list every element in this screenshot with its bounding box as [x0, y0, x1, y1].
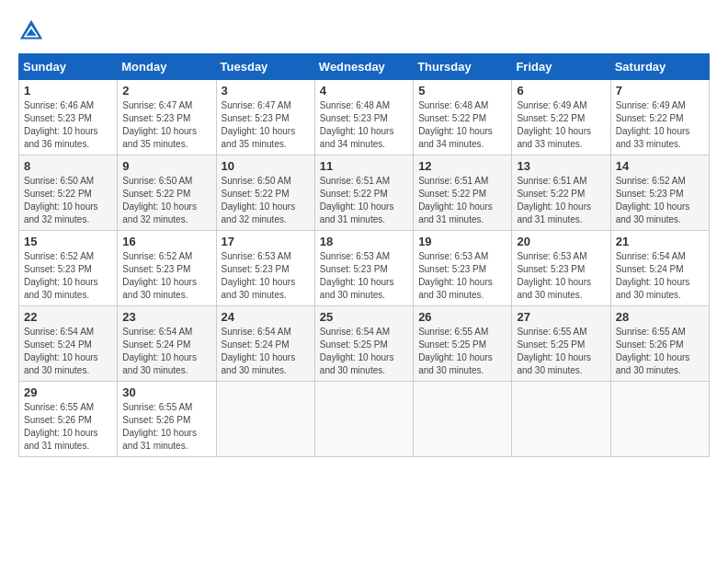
calendar-cell: 8Sunrise: 6:50 AMSunset: 5:22 PMDaylight…: [19, 155, 118, 231]
calendar-cell: 18Sunrise: 6:53 AMSunset: 5:23 PMDayligh…: [314, 231, 413, 306]
calendar-cell: 17Sunrise: 6:53 AMSunset: 5:23 PMDayligh…: [216, 231, 314, 306]
day-info: Sunrise: 6:48 AMSunset: 5:23 PMDaylight:…: [320, 99, 408, 151]
day-number: 18: [320, 235, 408, 248]
day-number: 20: [517, 235, 605, 248]
day-number: 12: [418, 159, 506, 173]
calendar-cell: 1Sunrise: 6:46 AMSunset: 5:23 PMDaylight…: [19, 80, 118, 155]
weekday-header-thursday: Thursday: [414, 54, 512, 80]
calendar-cell: 27Sunrise: 6:55 AMSunset: 5:25 PMDayligh…: [512, 306, 610, 382]
day-info: Sunrise: 6:55 AMSunset: 5:25 PMDaylight:…: [517, 326, 605, 377]
day-number: 21: [616, 235, 704, 248]
calendar-cell: 7Sunrise: 6:49 AMSunset: 5:22 PMDaylight…: [610, 80, 709, 155]
calendar-cell: [610, 382, 709, 457]
day-number: 28: [616, 310, 704, 324]
calendar-cell: 12Sunrise: 6:51 AMSunset: 5:22 PMDayligh…: [414, 155, 512, 231]
day-number: 8: [24, 159, 112, 173]
day-info: Sunrise: 6:51 AMSunset: 5:22 PMDaylight:…: [320, 175, 408, 226]
day-info: Sunrise: 6:54 AMSunset: 5:24 PMDaylight:…: [122, 326, 210, 377]
calendar-cell: 10Sunrise: 6:50 AMSunset: 5:22 PMDayligh…: [216, 155, 314, 231]
calendar-cell: 28Sunrise: 6:55 AMSunset: 5:26 PMDayligh…: [610, 306, 709, 382]
calendar-cell: 24Sunrise: 6:54 AMSunset: 5:24 PMDayligh…: [216, 306, 314, 382]
calendar-cell: 3Sunrise: 6:47 AMSunset: 5:23 PMDaylight…: [216, 80, 314, 155]
day-number: 9: [122, 159, 210, 173]
calendar-cell: 26Sunrise: 6:55 AMSunset: 5:25 PMDayligh…: [414, 306, 512, 382]
calendar-week-row: 29Sunrise: 6:55 AMSunset: 5:26 PMDayligh…: [19, 382, 710, 457]
day-number: 6: [517, 84, 605, 98]
day-info: Sunrise: 6:54 AMSunset: 5:25 PMDaylight:…: [320, 326, 408, 377]
day-number: 2: [122, 84, 210, 98]
day-info: Sunrise: 6:50 AMSunset: 5:22 PMDaylight:…: [222, 175, 310, 226]
day-number: 25: [320, 310, 408, 324]
calendar-cell: 30Sunrise: 6:55 AMSunset: 5:26 PMDayligh…: [118, 382, 216, 457]
calendar-cell: 16Sunrise: 6:52 AMSunset: 5:23 PMDayligh…: [118, 231, 216, 306]
day-info: Sunrise: 6:51 AMSunset: 5:22 PMDaylight:…: [418, 175, 506, 226]
day-number: 27: [517, 310, 605, 324]
day-number: 22: [24, 310, 112, 324]
day-info: Sunrise: 6:53 AMSunset: 5:23 PMDaylight:…: [517, 250, 605, 302]
day-info: Sunrise: 6:50 AMSunset: 5:22 PMDaylight:…: [24, 175, 112, 226]
logo-icon: [18, 18, 44, 44]
weekday-header-tuesday: Tuesday: [216, 54, 314, 80]
day-number: 26: [418, 310, 506, 324]
day-info: Sunrise: 6:52 AMSunset: 5:23 PMDaylight:…: [616, 175, 704, 226]
calendar-cell: 15Sunrise: 6:52 AMSunset: 5:23 PMDayligh…: [19, 231, 118, 306]
day-number: 16: [122, 235, 210, 248]
day-info: Sunrise: 6:54 AMSunset: 5:24 PMDaylight:…: [24, 326, 112, 377]
day-info: Sunrise: 6:46 AMSunset: 5:23 PMDaylight:…: [24, 99, 112, 151]
day-number: 10: [222, 159, 310, 173]
calendar-cell: 6Sunrise: 6:49 AMSunset: 5:22 PMDaylight…: [512, 80, 610, 155]
calendar-cell: 11Sunrise: 6:51 AMSunset: 5:22 PMDayligh…: [314, 155, 413, 231]
day-number: 17: [222, 235, 310, 248]
calendar-week-row: 15Sunrise: 6:52 AMSunset: 5:23 PMDayligh…: [19, 231, 710, 306]
calendar-cell: 25Sunrise: 6:54 AMSunset: 5:25 PMDayligh…: [314, 306, 413, 382]
calendar-cell: 21Sunrise: 6:54 AMSunset: 5:24 PMDayligh…: [610, 231, 709, 306]
day-info: Sunrise: 6:47 AMSunset: 5:23 PMDaylight:…: [222, 99, 310, 151]
calendar-cell: 9Sunrise: 6:50 AMSunset: 5:22 PMDaylight…: [118, 155, 216, 231]
day-number: 24: [222, 310, 310, 324]
day-info: Sunrise: 6:52 AMSunset: 5:23 PMDaylight:…: [24, 250, 112, 302]
calendar-cell: [216, 382, 314, 457]
weekday-header-wednesday: Wednesday: [314, 54, 413, 80]
page-header: [18, 18, 710, 44]
day-number: 30: [122, 385, 210, 399]
calendar-cell: [414, 382, 512, 457]
calendar-table: SundayMondayTuesdayWednesdayThursdayFrid…: [18, 53, 710, 457]
day-number: 7: [616, 84, 704, 98]
day-info: Sunrise: 6:51 AMSunset: 5:22 PMDaylight:…: [517, 175, 605, 226]
day-number: 15: [24, 235, 112, 248]
calendar-week-row: 8Sunrise: 6:50 AMSunset: 5:22 PMDaylight…: [19, 155, 710, 231]
day-number: 23: [122, 310, 210, 324]
calendar-cell: 13Sunrise: 6:51 AMSunset: 5:22 PMDayligh…: [512, 155, 610, 231]
calendar-week-row: 22Sunrise: 6:54 AMSunset: 5:24 PMDayligh…: [19, 306, 710, 382]
day-info: Sunrise: 6:55 AMSunset: 5:25 PMDaylight:…: [418, 326, 506, 377]
calendar-cell: 20Sunrise: 6:53 AMSunset: 5:23 PMDayligh…: [512, 231, 610, 306]
weekday-header-monday: Monday: [118, 54, 216, 80]
day-number: 1: [24, 84, 112, 98]
day-info: Sunrise: 6:54 AMSunset: 5:24 PMDaylight:…: [616, 250, 704, 302]
weekday-header-saturday: Saturday: [610, 54, 709, 80]
calendar-cell: 14Sunrise: 6:52 AMSunset: 5:23 PMDayligh…: [610, 155, 709, 231]
calendar-cell: 29Sunrise: 6:55 AMSunset: 5:26 PMDayligh…: [19, 382, 118, 457]
logo-inner: [18, 18, 48, 44]
weekday-header-sunday: Sunday: [19, 54, 118, 80]
calendar-cell: [512, 382, 610, 457]
calendar-cell: 19Sunrise: 6:53 AMSunset: 5:23 PMDayligh…: [414, 231, 512, 306]
day-number: 3: [222, 84, 310, 98]
day-number: 19: [418, 235, 506, 248]
day-number: 11: [320, 159, 408, 173]
day-info: Sunrise: 6:52 AMSunset: 5:23 PMDaylight:…: [122, 250, 210, 302]
day-info: Sunrise: 6:53 AMSunset: 5:23 PMDaylight:…: [418, 250, 506, 302]
day-number: 5: [418, 84, 506, 98]
day-info: Sunrise: 6:49 AMSunset: 5:22 PMDaylight:…: [616, 99, 704, 151]
day-info: Sunrise: 6:47 AMSunset: 5:23 PMDaylight:…: [122, 99, 210, 151]
calendar-cell: 4Sunrise: 6:48 AMSunset: 5:23 PMDaylight…: [314, 80, 413, 155]
day-number: 14: [616, 159, 704, 173]
day-info: Sunrise: 6:54 AMSunset: 5:24 PMDaylight:…: [222, 326, 310, 377]
day-info: Sunrise: 6:49 AMSunset: 5:22 PMDaylight:…: [517, 99, 605, 151]
calendar-cell: 2Sunrise: 6:47 AMSunset: 5:23 PMDaylight…: [118, 80, 216, 155]
logo: [18, 18, 48, 44]
day-info: Sunrise: 6:50 AMSunset: 5:22 PMDaylight:…: [122, 175, 210, 226]
day-number: 4: [320, 84, 408, 98]
day-number: 13: [517, 159, 605, 173]
weekday-header-friday: Friday: [512, 54, 610, 80]
